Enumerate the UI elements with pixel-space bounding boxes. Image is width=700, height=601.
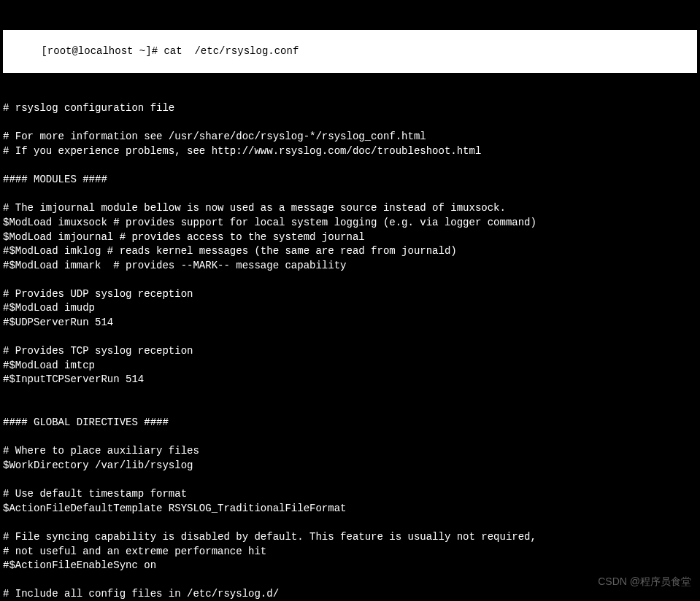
command-text: cat /etc/rsyslog.conf — [164, 45, 299, 57]
output-line: #$InputTCPServerRun 514 — [3, 373, 697, 387]
output-line — [3, 387, 697, 402]
output-line — [3, 402, 697, 416]
output-line: #$UDPServerRun 514 — [3, 316, 697, 330]
output-line: #$ModLoad imtcp — [3, 359, 697, 373]
output-line — [3, 573, 697, 588]
output-line — [3, 330, 697, 345]
output-line: # Include all config files in /etc/rsysl… — [3, 587, 697, 601]
output-line: #### MODULES #### — [3, 173, 697, 187]
output-line: # rsyslog configuration file — [3, 101, 697, 116]
shell-prompt: [root@localhost ~]# cat /etc/rsyslog.con… — [4, 30, 299, 73]
output-line: $ActionFileDefaultTemplate RSYSLOG_Tradi… — [3, 502, 697, 516]
output-line: # Where to place auxiliary files — [3, 444, 697, 459]
output-line: $ModLoad imuxsock # provides support for… — [3, 216, 697, 230]
output-line — [3, 159, 697, 174]
title-bar-filler — [299, 30, 696, 73]
output-line: # Provides UDP syslog reception — [3, 287, 697, 302]
prompt-text: [root@localhost ~]# — [41, 45, 164, 57]
output-line: #### GLOBAL DIRECTIVES #### — [3, 416, 697, 430]
terminal-title-bar: [root@localhost ~]# cat /etc/rsyslog.con… — [3, 30, 697, 73]
output-line: # If you experience problems, see http:/… — [3, 144, 697, 159]
output-line: #$ActionFileEnableSync on — [3, 559, 697, 573]
output-line: # For more information see /usr/share/do… — [3, 130, 697, 144]
terminal-output[interactable]: # rsyslog configuration file # For more … — [3, 101, 697, 601]
watermark-text: CSDN @程序员食堂 — [598, 575, 691, 589]
output-line — [3, 187, 697, 202]
output-line — [3, 273, 697, 287]
output-line: #$ModLoad imudp — [3, 301, 697, 316]
output-line: $ModLoad imjournal # provides access to … — [3, 230, 697, 245]
output-line: #$ModLoad imklog # reads kernel messages… — [3, 244, 697, 259]
output-line: # Provides TCP syslog reception — [3, 344, 697, 359]
output-line — [3, 516, 697, 530]
output-line: #$ModLoad immark # provides --MARK-- mes… — [3, 259, 697, 274]
output-line: # The imjournal module bellow is now use… — [3, 201, 697, 216]
output-line — [3, 430, 697, 445]
output-line — [3, 473, 697, 488]
output-line — [3, 116, 697, 131]
output-line: # Use default timestamp format — [3, 487, 697, 502]
output-line: # File syncing capability is disabled by… — [3, 530, 697, 545]
output-line: # not useful and an extreme performance … — [3, 545, 697, 559]
output-line: $WorkDirectory /var/lib/rsyslog — [3, 459, 697, 473]
terminal-window[interactable]: [root@localhost ~]# cat /etc/rsyslog.con… — [0, 0, 700, 601]
